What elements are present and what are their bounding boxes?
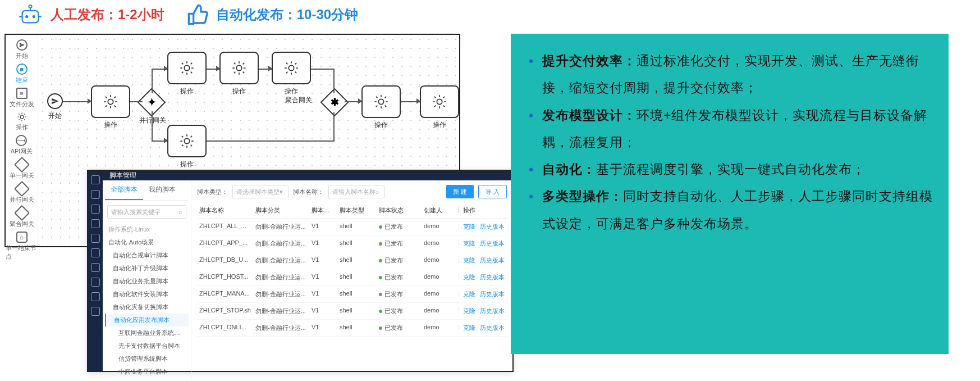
tree-item[interactable]: 自动化灾备切换脚本	[105, 301, 189, 314]
gateway-parallel-label: 并行网关	[139, 116, 166, 125]
svg-rect-2	[22, 11, 39, 23]
clone-link[interactable]: 克隆	[463, 273, 475, 282]
clone-link[interactable]: 克隆	[463, 256, 475, 265]
benefit-item: 自动化：基于流程调度引擎，实现一键式自动化发布；	[526, 156, 933, 183]
sidebar-icon[interactable]	[91, 234, 100, 243]
tab-my-scripts[interactable]: 我的脚本	[143, 180, 181, 200]
clone-link[interactable]: 克隆	[463, 239, 475, 248]
search-icon: ⌕	[375, 188, 379, 195]
thumb-icon	[187, 3, 209, 26]
header: 人工发布：1-2小时 自动化发布：10-30分钟	[0, 0, 980, 29]
node-op-2a[interactable]: 操作	[167, 52, 207, 96]
tree-item[interactable]: 自动化软件安装脚本	[105, 288, 189, 301]
sidebar-icon[interactable]	[91, 307, 100, 316]
tool-parallel-gw[interactable]: 并行网关	[10, 183, 34, 204]
node-op-3[interactable]: 操作	[219, 52, 259, 96]
sidebar-icon[interactable]	[91, 219, 100, 228]
tool-start[interactable]: 开始	[16, 39, 28, 60]
search-icon: ⌕	[178, 208, 182, 215]
tree-search-input[interactable]: 请输入搜索关键字⌕	[107, 205, 186, 219]
new-button[interactable]: 新 建	[446, 185, 474, 198]
history-link[interactable]: 历史版本	[480, 223, 505, 231]
tool-op[interactable]: 操作	[16, 112, 28, 131]
table-row: ZHLCPT_ALL_... 勿删-金融行业运... V1 shell 已发布 …	[197, 219, 507, 235]
tool-end[interactable]: ■结束	[16, 64, 28, 84]
clone-link[interactable]: 克隆	[463, 307, 475, 315]
tree-item[interactable]: 信贷管理系统脚本	[105, 352, 189, 365]
script-management-panel: 脚本管理 全部脚本 我的脚本 请输入搜索关键字⌕ 操作系统-Linux 自动化-…	[87, 170, 514, 372]
table-row: ZHLCPT_APP_... 勿删-金融行业运... V1 shell 已发布 …	[197, 235, 507, 252]
tool-single-end[interactable]: ⌂单一结束节点	[6, 232, 38, 261]
table-row: ZHLCPT_HOST... 勿删-金融行业运... V1 shell 已发布 …	[197, 269, 507, 286]
tree-item[interactable]: 无卡支付数据平台脚本	[105, 339, 189, 352]
tree-item[interactable]: 中间业务平台脚本	[105, 365, 189, 378]
tree-group[interactable]: 自动化-Auto场景	[105, 236, 189, 249]
filter-name-input[interactable]: 请输入脚本名称 ⌕	[328, 185, 384, 198]
sidebar-icon[interactable]	[91, 175, 100, 184]
history-link[interactable]: 历史版本	[480, 307, 505, 315]
tree-item[interactable]: 自动化业务批量脚本	[105, 275, 189, 288]
col-cat: 脚本分类	[253, 206, 309, 215]
filter-type-label: 脚本类型：	[197, 188, 228, 196]
sidebar-icon[interactable]	[91, 190, 100, 199]
table-row: ZHLCPT_ONLI... 勿删-金融行业运... V1 shell 已发布 …	[197, 320, 507, 337]
history-link[interactable]: 历史版本	[480, 256, 505, 265]
import-button[interactable]: 导 入	[478, 185, 507, 198]
chevron-down-icon: ▾	[280, 188, 283, 196]
history-link[interactable]: 历史版本	[480, 324, 505, 332]
col-op: 操作	[461, 206, 507, 215]
tree-item[interactable]: 自动化补丁升级脚本	[105, 262, 189, 275]
node-op-4[interactable]: 操作	[272, 52, 311, 96]
tree-item[interactable]: 操作系统-Linux	[105, 223, 189, 236]
history-link[interactable]: 历史版本	[480, 273, 505, 282]
tree-item[interactable]: 互联网金融业务系统…	[105, 326, 189, 339]
filter-bar: 脚本类型： 请选择脚本类型 ▾ 脚本名称： 请输入脚本名称 ⌕ 新 建 导 入	[197, 185, 507, 198]
tool-aggregate-gw[interactable]: 聚合网关	[10, 207, 34, 228]
tool-api[interactable]: ⟶API网关	[11, 135, 33, 156]
header-auto: 自动化发布：10-30分钟	[187, 3, 358, 26]
script-tree: 全部脚本 我的脚本 请输入搜索关键字⌕ 操作系统-Linux 自动化-Auto场…	[103, 180, 191, 381]
gateway-aggregate-label: 聚合网关	[285, 96, 312, 105]
node-op-1[interactable]: 操作	[91, 85, 130, 130]
benefits-panel: 提升交付效率：通过标准化交付，实现开发、测试、生产无缝衔接，缩短交付周期，提升交…	[511, 34, 949, 354]
svg-point-4	[33, 15, 35, 18]
table-row: ZHLCPT_STOP.sh 勿删-金融行业运... V1 shell 已发布 …	[197, 303, 507, 320]
clone-link[interactable]: 克隆	[463, 223, 475, 231]
header-auto-text: 自动化发布：10-30分钟	[216, 6, 358, 24]
sidebar-icon[interactable]	[91, 248, 100, 257]
tree-item-active[interactable]: 自动化应用发布脚本	[105, 314, 189, 326]
node-op-5[interactable]: 操作	[361, 85, 401, 130]
col-user: 创建人	[422, 206, 455, 215]
clone-link[interactable]: 克隆	[463, 290, 475, 298]
benefit-item: 提升交付效率：通过标准化交付，实现开发、测试、生产无缝衔接，缩短交付周期，提升交…	[526, 47, 933, 102]
sidebar-icon[interactable]	[91, 205, 100, 214]
node-op-6[interactable]: 操作	[420, 85, 459, 130]
script-title: 脚本管理	[103, 171, 512, 180]
script-sidebar	[88, 171, 103, 371]
sidebar-icon[interactable]	[91, 292, 100, 301]
header-manual-text: 人工发布：1-2小时	[51, 6, 164, 24]
filter-name-label: 脚本名称：	[293, 188, 324, 196]
filter-type-select[interactable]: 请选择脚本类型 ▾	[232, 185, 288, 198]
pagination: 30 条/页 共 12 条记录 跳至 页 ‹ 1 ›	[197, 379, 507, 381]
flow-toolbar: 开始 ■结束 ≡文件分发 操作 ⟶API网关 单一网关 并行网关 聚合网关 ⌂单…	[6, 35, 38, 246]
history-link[interactable]: 历史版本	[480, 239, 505, 248]
table-row: ZHLCPT_DB_U... 勿删-金融行业运... V1 shell 已发布 …	[197, 252, 507, 269]
node-op-2b[interactable]: 操作	[167, 125, 207, 169]
history-link[interactable]: 历史版本	[480, 290, 505, 298]
clone-link[interactable]: 克隆	[463, 324, 475, 332]
tool-single-gw[interactable]: 单一网关	[10, 159, 34, 180]
svg-point-3	[25, 15, 28, 18]
col-type: 脚本类型	[337, 206, 377, 215]
header-manual: 人工发布：1-2小时	[17, 4, 164, 25]
gateway-aggregate[interactable]: ✱	[320, 88, 349, 117]
benefit-item: 发布模型设计：环境+组件发布模型设计，实现流程与目标设备解耦，流程复用；	[526, 102, 933, 156]
tool-file[interactable]: ≡文件分发	[10, 88, 34, 108]
tab-all-scripts[interactable]: 全部脚本	[105, 180, 143, 200]
col-stat: 脚本状态	[377, 206, 422, 215]
tree-item[interactable]: 自动化合规审计脚本	[105, 249, 189, 262]
node-start[interactable]: 开始	[47, 93, 63, 121]
sidebar-icon[interactable]	[91, 263, 100, 272]
sidebar-icon[interactable]	[91, 278, 100, 287]
script-table: 脚本名称 脚本分类 脚本版本 脚本类型 脚本状态 创建人 | 操作 ZHLCPT…	[197, 203, 507, 379]
